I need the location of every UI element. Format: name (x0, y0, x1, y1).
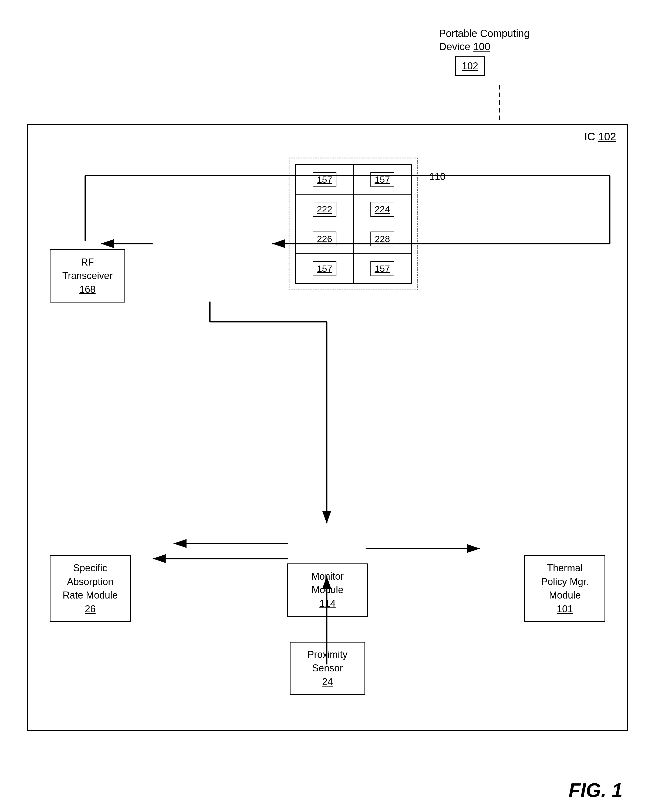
rf-transceiver-text: RF Transceiver 168 (55, 256, 120, 296)
antenna-inner-grid: 157 157 222 224 226 228 (295, 164, 412, 284)
antenna-cell-157a: 157 (296, 164, 354, 194)
proximity-sensor-box: Proximity Sensor 24 (290, 642, 365, 695)
antenna-cell-157d: 157 (354, 254, 411, 283)
antenna-cell-224: 224 (354, 194, 411, 224)
diagram-container: Portable Computing Device 100 102 IC 102… (11, 11, 644, 780)
sar-module-text: Specific Absorption Rate Module 26 (55, 561, 126, 616)
fig-label: FIG. 1 (569, 779, 623, 801)
thermal-module-box: Thermal Policy Mgr. Module 101 (524, 555, 605, 622)
proximity-sensor-text: Proximity Sensor 24 (295, 648, 360, 689)
thermal-module-text: Thermal Policy Mgr. Module 101 (529, 561, 600, 616)
pcd-label: Portable Computing Device 100 (439, 27, 552, 54)
antenna-label: 110 (429, 171, 446, 183)
pcd-ic-ref-box: 102 (455, 57, 485, 76)
monitor-module-box: Monitor Module 114 (287, 563, 368, 617)
pcd-outer: Portable Computing Device 100 102 (439, 27, 552, 76)
antenna-dashed-box: 157 157 222 224 226 228 (289, 158, 418, 290)
ic-label: IC 102 (584, 130, 616, 143)
antenna-cell-226: 226 (296, 224, 354, 254)
antenna-cell-157b: 157 (354, 164, 411, 194)
ic-box: IC 102 157 157 222 224 (27, 124, 628, 731)
antenna-cell-222: 222 (296, 194, 354, 224)
sar-module-box: Specific Absorption Rate Module 26 (50, 555, 131, 622)
rf-transceiver-box: RF Transceiver 168 (50, 249, 125, 302)
antenna-cell-157c: 157 (296, 254, 354, 283)
monitor-module-text: Monitor Module 114 (292, 569, 363, 611)
antenna-cell-228: 228 (354, 224, 411, 254)
